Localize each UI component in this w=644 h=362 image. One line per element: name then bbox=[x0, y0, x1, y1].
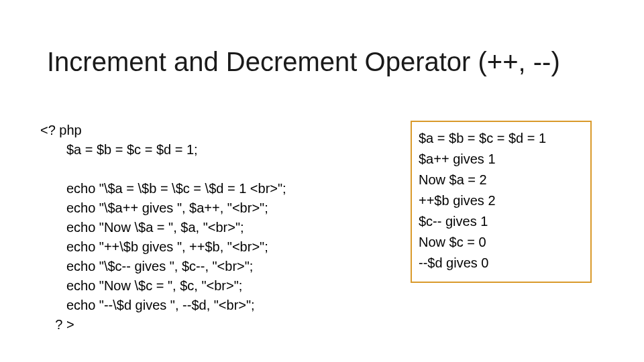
code-line: echo "\$a++ gives ", $a++, "<br>"; bbox=[40, 200, 268, 215]
code-block: <? php $a = $b = $c = $d = 1; echo "\$a … bbox=[40, 121, 389, 335]
output-line: $a++ gives 1 bbox=[419, 150, 584, 168]
code-line: echo "\$a = \$b = \$c = \$d = 1 <br>"; bbox=[40, 181, 286, 196]
code-line: echo "--\$d gives ", --$d, "<br>"; bbox=[40, 298, 255, 312]
code-line: $a = $b = $c = $d = 1; bbox=[40, 142, 198, 157]
slide-title: Increment and Decrement Operator (++, --… bbox=[47, 47, 617, 76]
code-line: echo "Now \$c = ", $c, "<br>"; bbox=[40, 278, 242, 293]
output-line: $a = $b = $c = $d = 1 bbox=[419, 129, 584, 147]
code-line: ? > bbox=[40, 317, 74, 332]
output-line: $c-- gives 1 bbox=[419, 213, 584, 230]
code-line: <? php bbox=[40, 123, 82, 137]
code-line: echo "++\$b gives ", ++$b, "<br>"; bbox=[40, 239, 268, 254]
output-line: Now $a = 2 bbox=[419, 171, 584, 188]
output-line: --$d gives 0 bbox=[419, 254, 584, 272]
slide: Increment and Decrement Operator (++, --… bbox=[0, 0, 644, 362]
code-line: echo "\$c-- gives ", $c--, "<br>"; bbox=[40, 259, 253, 274]
output-line: Now $c = 0 bbox=[419, 233, 584, 251]
code-line: echo "Now \$a = ", $a, "<br>"; bbox=[40, 220, 244, 235]
output-box: $a = $b = $c = $d = 1 $a++ gives 1 Now $… bbox=[411, 121, 592, 283]
output-line: ++$b gives 2 bbox=[419, 192, 584, 209]
